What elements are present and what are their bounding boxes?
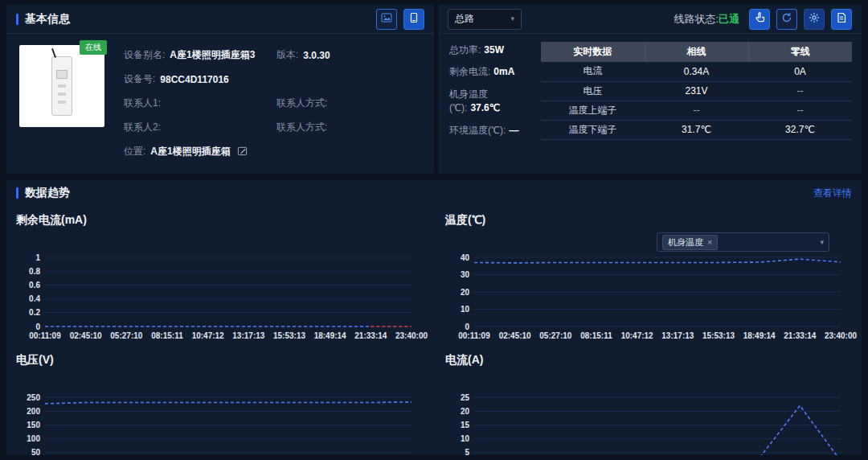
device-illustration: [51, 56, 72, 116]
total-power-label: 总功率:: [449, 44, 481, 55]
panel-title-data-trend: 数据趋势: [25, 186, 70, 200]
svg-text:02:45:10: 02:45:10: [499, 331, 531, 340]
svg-text:10: 10: [461, 434, 470, 443]
svg-text:05:27:10: 05:27:10: [110, 331, 142, 340]
svg-text:21:33:14: 21:33:14: [354, 331, 387, 340]
svg-text:00:11:09: 00:11:09: [29, 331, 61, 340]
report-button[interactable]: [831, 9, 852, 30]
body-temp-tag-label: 机身温度: [668, 236, 703, 248]
view-details-link[interactable]: 查看详情: [813, 187, 852, 200]
voltage-plot: 05010015020025000:11:0902:45:1005:27:100…: [16, 394, 423, 455]
tag-close-icon[interactable]: ×: [707, 237, 712, 247]
accent-bar: [16, 187, 18, 199]
basic-info-header: 基本信息: [6, 5, 434, 34]
device-icon: [408, 12, 420, 27]
svg-text:150: 150: [27, 421, 40, 429]
circuit-select[interactable]: 总路 ▾: [448, 9, 522, 30]
svg-text:15:53:13: 15:53:13: [273, 331, 305, 340]
svg-text:21:33:14: 21:33:14: [784, 331, 816, 340]
device-photo: 在线: [19, 45, 104, 127]
line-status-value: 已通: [719, 13, 739, 25]
chart-temperature: 温度(℃) 机身温度 × ▾ 01020304000:11:0902:45:10…: [445, 207, 852, 344]
image-icon: [381, 12, 392, 27]
table-row-label: 温度下端子: [541, 120, 645, 139]
serial-value: 98CC4D117016: [160, 74, 228, 85]
chart-title-voltage: 电压(V): [16, 353, 54, 368]
line-status: 线路状态:已通: [674, 12, 739, 27]
svg-text:23:40:00: 23:40:00: [825, 331, 857, 340]
table-cell: 0A: [748, 62, 852, 81]
serial-label: 设备号:: [124, 72, 155, 86]
svg-text:13:17:13: 13:17:13: [661, 331, 694, 340]
field-location: 位置: A座1楼照明插座箱: [124, 145, 421, 158]
metrics-column: 总功率:35W 剩余电流:0mA 机身温度(℃):37.6℃ 环境温度(℃):—: [449, 42, 530, 167]
table-cell: --: [645, 101, 748, 120]
refresh-button[interactable]: [776, 9, 797, 30]
realtime-header: 总路 ▾ 线路状态:已通: [438, 5, 862, 34]
env-temp-label: 环境温度(℃):: [449, 125, 506, 136]
table-cell: 32.7℃: [748, 120, 852, 139]
touch-control-button[interactable]: [749, 9, 770, 30]
chevron-down-icon: ▾: [510, 15, 514, 23]
metric-body-temp: 机身温度(℃):37.6℃: [449, 88, 530, 116]
contact1-method-label: 联系人方式:: [276, 97, 327, 110]
svg-text:40: 40: [461, 253, 470, 262]
svg-text:10:47:12: 10:47:12: [192, 331, 224, 340]
version-label: 版本:: [276, 48, 298, 62]
temperature-plot: 01020304000:11:0902:45:1005:27:1008:15:1…: [445, 254, 852, 344]
svg-text:13:17:13: 13:17:13: [232, 331, 264, 340]
body-temp-tag: 机身温度 ×: [662, 235, 718, 250]
table-row: 电压 231V --: [541, 81, 852, 101]
chevron-down-icon: ▾: [820, 239, 824, 246]
realtime-table: 实时数据 相线 零线 电流 0.34A 0A 电压 23: [541, 42, 852, 167]
settings-button[interactable]: [804, 9, 825, 30]
realtime-panel: 总路 ▾ 线路状态:已通: [438, 5, 862, 174]
finger-icon: [754, 12, 765, 27]
svg-text:0.4: 0.4: [29, 294, 40, 303]
data-trend-header: 数据趋势 查看详情: [6, 180, 862, 206]
chart-title-current: 电流(A): [445, 353, 483, 368]
env-temp-value: —: [509, 125, 518, 136]
table-cell: 31.7℃: [645, 120, 748, 139]
document-icon: [836, 12, 847, 27]
metric-total-power: 总功率:35W: [449, 43, 530, 57]
total-power-value: 35W: [484, 44, 504, 55]
table-row-label: 电压: [541, 81, 645, 101]
basic-info-panel: 基本信息 在线: [6, 5, 434, 174]
current-plot: 051015202500:11:0902:45:1005:27:1008:15:…: [445, 394, 852, 455]
table-header-cell: 零线: [748, 42, 852, 62]
svg-text:50: 50: [31, 448, 41, 455]
svg-text:1: 1: [35, 253, 40, 262]
contact2-label: 联系人2:: [124, 121, 161, 134]
edit-location-button[interactable]: [235, 145, 249, 158]
svg-text:10: 10: [461, 305, 470, 314]
chart-title-temperature: 温度(℃): [445, 213, 485, 228]
svg-text:02:45:10: 02:45:10: [70, 331, 102, 340]
svg-text:00:11:09: 00:11:09: [458, 331, 490, 340]
location-label: 位置:: [124, 145, 145, 158]
device-button[interactable]: [403, 9, 424, 30]
svg-text:0.6: 0.6: [29, 281, 40, 290]
chart-voltage: 电压(V) 05010015020025000:11:0902:45:1005:…: [16, 347, 423, 455]
temperature-series-select[interactable]: 机身温度 × ▾: [657, 232, 829, 252]
online-badge: 在线: [80, 40, 107, 55]
table-row: 电流 0.34A 0A: [541, 62, 852, 81]
refresh-icon: [781, 12, 792, 27]
svg-text:23:40:00: 23:40:00: [395, 331, 428, 340]
accent-bar: [16, 14, 18, 25]
field-contact1-method: 联系人方式:: [276, 97, 421, 110]
table-row: 温度下端子 31.7℃ 32.7℃: [541, 120, 852, 139]
table-row-label: 温度上端子: [541, 101, 645, 120]
svg-text:18:49:14: 18:49:14: [743, 331, 776, 340]
table-cell: --: [748, 101, 852, 120]
table-cell: 0.34A: [645, 62, 748, 81]
panel-title-basic-info: 基本信息: [25, 12, 70, 27]
table-header-cell: 相线: [645, 42, 748, 62]
chart-current: 电流(A) 051015202500:11:0902:45:1005:27:10…: [445, 347, 852, 455]
svg-text:05:27:10: 05:27:10: [539, 331, 571, 340]
edit-icon: [237, 146, 248, 158]
chart-residual-current: 剩余电流(mA) 00.20.40.60.8100:11:0902:45:100…: [16, 207, 423, 344]
alias-label: 设备别名:: [124, 48, 165, 62]
image-button[interactable]: [376, 9, 397, 30]
field-version: 版本: 3.0.30: [276, 48, 421, 62]
